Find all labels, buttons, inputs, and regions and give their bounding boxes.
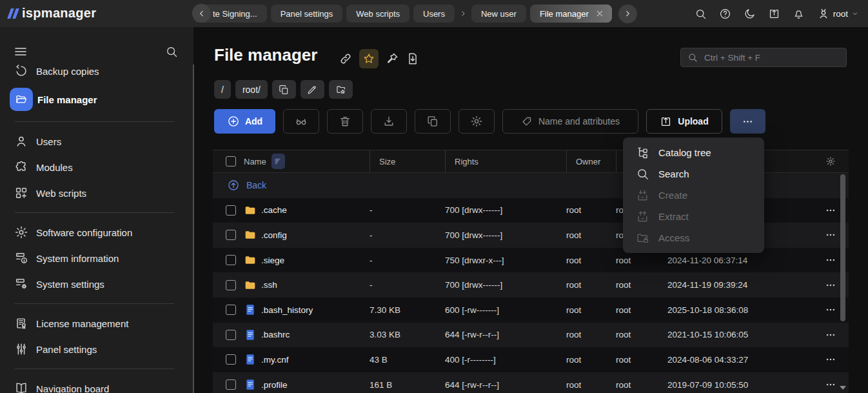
link-button[interactable] [339,52,353,66]
file-size: - [370,280,445,290]
search-icon[interactable] [695,8,707,20]
settings-button[interactable] [459,109,495,134]
sidebar-scrollbar[interactable] [193,65,194,393]
row-checkbox[interactable] [226,354,236,365]
row-checkbox[interactable] [226,305,236,315]
sidebar-item-panel-settings[interactable]: Panel settings [0,336,193,362]
row-checkbox[interactable] [226,205,236,216]
sidebar-item-users[interactable]: Users [0,128,193,154]
table-row[interactable]: .bash_history7.30 KB600 [-rw-------]root… [213,297,849,323]
file-search-box[interactable] [680,48,847,67]
menu-item-search[interactable]: Search [623,163,764,185]
table-row[interactable]: .ssh-700 [drwx------]rootroot2024-11-19 … [213,272,849,297]
row-checkbox[interactable] [226,280,236,290]
tab-file-manager[interactable]: File manager [530,5,612,23]
notifications-icon[interactable] [793,8,805,20]
help-icon[interactable] [719,8,731,20]
menu-icon[interactable] [13,44,28,59]
copy-button[interactable] [415,109,451,134]
row-actions-button[interactable] [825,205,836,216]
file-name[interactable]: .cache [261,205,287,215]
file-name[interactable]: .config [261,230,287,240]
file-icon [244,378,257,391]
close-icon[interactable] [595,8,605,19]
sidebar-item-web-scripts[interactable]: Web scripts [0,180,193,206]
row-checkbox[interactable] [226,330,236,340]
row-actions-button[interactable] [825,254,836,266]
sidebar-divider [15,212,174,213]
file-modified: 2024-08-06 04:33:27 [667,355,813,365]
table-row[interactable]: .my.cnf43 B400 [-r--------]rootroot2024-… [213,347,849,372]
column-header-rights[interactable]: Rights [445,150,566,172]
row-checkbox[interactable] [226,230,236,240]
table-settings-button[interactable] [813,150,849,172]
row-actions-button[interactable] [825,279,836,291]
row-checkbox[interactable] [226,255,236,265]
tab-users[interactable]: Users [413,5,455,23]
user-menu[interactable]: root [817,7,859,20]
pin-button[interactable] [385,52,399,66]
file-rights: 750 [drwxr-x---] [445,256,566,265]
menu-item-catalog-tree[interactable]: Catalog tree [623,142,764,163]
table-row[interactable]: .bashrc3.03 KB644 [-rw-r--r--]rootroot20… [213,323,849,348]
dark-mode-icon[interactable] [744,8,756,20]
row-checkbox[interactable] [226,379,236,390]
preview-button[interactable] [283,109,319,134]
export-icon[interactable] [768,8,780,20]
file-search-input[interactable] [703,52,840,63]
sidebar-item-backup-copies[interactable]: Backup copies [0,65,193,84]
tab-web-scripts[interactable]: Web scripts [346,5,409,23]
star-button[interactable] [359,49,379,68]
scrollbar-thumb[interactable] [840,174,845,321]
add-button[interactable]: Add [214,109,275,134]
scroll-down-arrow-icon[interactable] [840,386,846,390]
row-actions-button[interactable] [825,329,836,341]
folder-favorite-button[interactable] [329,80,353,99]
save-page-button[interactable] [406,52,420,66]
edit-button[interactable] [301,80,324,99]
row-actions-button[interactable] [825,354,836,365]
file-name[interactable]: .bashrc [261,330,290,339]
file-group: root [616,355,667,365]
tab-panel-settings[interactable]: Panel settings [271,5,343,23]
delete-button[interactable] [327,109,363,134]
table-scrollbar[interactable] [840,174,845,385]
file-owner: root [566,230,616,240]
file-rights: 600 [-rw-------] [445,305,566,315]
tabs-forward-button[interactable] [618,5,637,23]
row-actions-button[interactable] [825,379,836,390]
copy-button[interactable] [272,80,296,99]
column-header-owner[interactable]: Owner [566,150,616,172]
sidebar-item-navigation-board[interactable]: Navigation board [0,376,193,393]
select-all-checkbox[interactable] [226,156,236,166]
upload-button[interactable]: Upload [646,109,722,134]
tabs-back-button[interactable] [192,4,211,23]
row-actions-button[interactable] [825,304,836,316]
file-name[interactable]: .ssh [261,280,277,290]
breadcrumb-segment[interactable]: root/ [235,80,268,99]
sidebar-item-system-settings[interactable]: System settings [0,271,193,297]
table-row[interactable]: .profile161 B644 [-rw-r--r--]rootroot201… [213,372,849,393]
download-button[interactable] [371,109,407,134]
sort-button[interactable] [271,154,285,169]
file-name[interactable]: .bash_history [261,305,313,315]
file-name[interactable]: .profile [261,380,288,390]
sidebar-item-system-information[interactable]: System information [0,245,193,271]
file-size: 3.03 KB [370,330,445,339]
sidebar-item-file-manager[interactable]: File manager [0,84,193,115]
row-actions-button[interactable] [825,229,836,241]
column-header-size[interactable]: Size [370,150,445,172]
upload-button-label: Upload [678,116,708,126]
sidebar-search-icon[interactable] [165,45,178,58]
file-name[interactable]: .siege [261,256,284,265]
column-header-name[interactable]: Name [239,150,370,172]
file-owner: root [566,380,616,390]
sidebar-item-modules[interactable]: Modules [0,154,193,180]
name-and-attributes-button[interactable]: Name and attributes [502,109,638,134]
file-name[interactable]: .my.cnf [261,355,289,365]
sidebar-item-software-configuration[interactable]: Software configuration [0,219,193,245]
breadcrumb-segment[interactable]: / [214,80,231,99]
tab-new-user[interactable]: New user [471,5,526,23]
more-actions-button[interactable] [730,109,765,134]
sidebar-item-license-management[interactable]: License management [0,310,193,336]
